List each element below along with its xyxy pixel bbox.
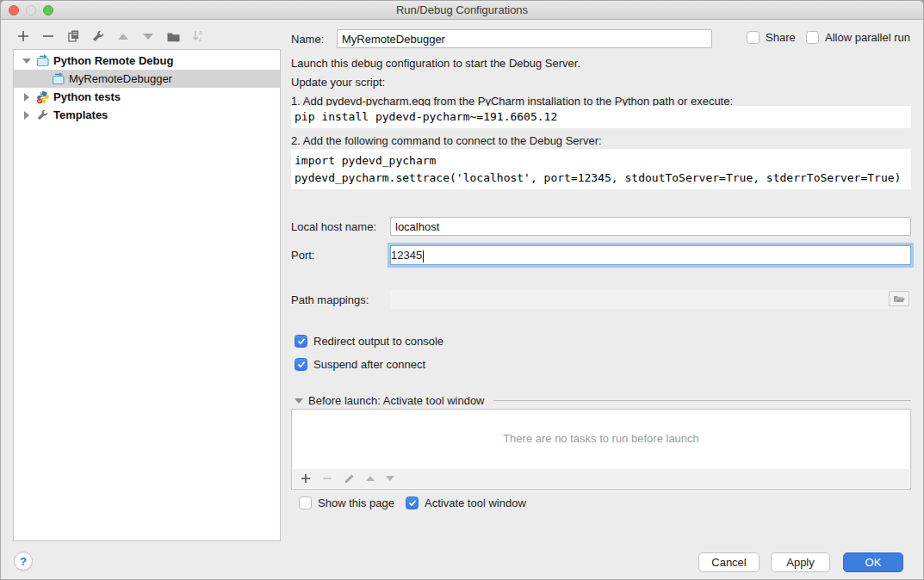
intro-text-line1: Launch this debug configuration to start… xyxy=(291,57,580,70)
checkbox-box[interactable] xyxy=(299,497,312,509)
remove-icon[interactable] xyxy=(40,28,57,45)
checkbox-box[interactable] xyxy=(806,31,819,44)
show-this-page-label: Show this page xyxy=(318,497,394,509)
empty-task-list-text: There are no tasks to run before launch xyxy=(292,432,910,445)
collapse-arrow-icon[interactable] xyxy=(295,398,303,404)
port-input[interactable]: 12345 xyxy=(390,245,911,265)
tree-item-label: Python Remote Debug xyxy=(53,54,173,67)
redirect-output-label: Redirect output to console xyxy=(313,335,443,348)
move-up-icon[interactable] xyxy=(115,28,132,45)
svg-text:a: a xyxy=(199,29,202,35)
cancel-button[interactable]: Cancel xyxy=(698,552,760,572)
before-launch-task-list[interactable]: There are no tasks to run before launch xyxy=(291,409,911,490)
tree-item-python-remote-debug[interactable]: Python Remote Debug xyxy=(14,52,280,70)
zoom-button[interactable] xyxy=(43,5,53,15)
add-icon[interactable] xyxy=(15,28,32,45)
path-mappings-input[interactable] xyxy=(390,290,911,309)
activate-tool-window-checkbox[interactable]: Activate tool window xyxy=(406,497,526,509)
code-line: import pydevd_pycharm xyxy=(295,152,911,170)
run-debug-configurations-dialog: Run/Debug Configurations xyxy=(0,0,924,580)
tree-item-label: MyRemoteDebugger xyxy=(69,72,172,85)
configurations-tree: Python Remote Debug MyRemoteDebugger xyxy=(13,49,281,541)
browse-folder-button[interactable] xyxy=(889,291,909,306)
step2-text: 2. Add the following command to connect … xyxy=(291,134,602,147)
minimize-button[interactable] xyxy=(26,5,36,15)
question-mark-icon: ? xyxy=(20,555,27,568)
tree-item-myremotedebugger[interactable]: MyRemoteDebugger xyxy=(14,70,280,88)
expand-arrow-icon[interactable] xyxy=(21,111,33,120)
code-line: pip install pydevd-pycharm~=191.6605.12 xyxy=(295,106,911,123)
intro-text-line2: Update your script: xyxy=(291,76,385,89)
redirect-output-checkbox[interactable]: Redirect output to console xyxy=(295,335,443,348)
activate-tool-window-label: Activate tool window xyxy=(425,497,526,509)
settrace-code-block: import pydevd_pycharm pydevd_pycharm.set… xyxy=(291,149,911,189)
configurations-toolbar: a z xyxy=(15,27,207,46)
edit-templates-icon[interactable] xyxy=(90,28,107,45)
traffic-lights xyxy=(9,5,53,15)
port-label: Port: xyxy=(291,249,314,262)
suspend-after-connect-label: Suspend after connect xyxy=(313,358,425,371)
new-folder-icon[interactable] xyxy=(164,28,182,45)
templates-wrench-icon xyxy=(35,108,50,122)
expand-arrow-icon[interactable] xyxy=(21,93,33,102)
svg-text:z: z xyxy=(199,36,202,42)
local-host-name-input[interactable] xyxy=(390,217,911,236)
suspend-after-connect-checkbox[interactable]: Suspend after connect xyxy=(295,358,425,371)
open-folder-icon xyxy=(893,294,905,304)
help-button[interactable]: ? xyxy=(14,552,33,571)
allow-parallel-run-checkbox[interactable]: Allow parallel run xyxy=(806,31,910,44)
python-tests-icon xyxy=(35,90,50,104)
port-value: 12345 xyxy=(391,249,422,262)
show-this-page-checkbox[interactable]: Show this page xyxy=(299,497,394,509)
tree-item-python-tests[interactable]: Python tests xyxy=(14,88,280,106)
configuration-editor: Name: Share Allow parallel run Launch th… xyxy=(291,1,911,580)
code-line: pydevd_pycharm.settrace('localhost', por… xyxy=(295,170,911,187)
move-down-icon[interactable] xyxy=(140,28,157,45)
collapse-arrow-icon[interactable] xyxy=(21,59,33,64)
share-checkbox[interactable]: Share xyxy=(747,31,796,44)
edit-task-icon[interactable] xyxy=(344,473,355,484)
path-mappings-label: Path mappings: xyxy=(291,293,369,306)
sort-alphabetically-icon[interactable]: a z xyxy=(189,28,207,45)
remote-debug-config-icon xyxy=(51,72,65,86)
checkbox-box[interactable] xyxy=(295,335,307,348)
move-task-up-icon[interactable] xyxy=(366,476,375,481)
allow-parallel-run-label: Allow parallel run xyxy=(825,31,910,44)
name-label: Name: xyxy=(291,33,324,46)
checkbox-box[interactable] xyxy=(406,497,419,509)
tree-item-label: Python tests xyxy=(53,90,121,103)
close-button[interactable] xyxy=(9,5,19,15)
move-task-down-icon[interactable] xyxy=(386,476,394,481)
apply-button[interactable]: Apply xyxy=(771,552,830,572)
ok-button[interactable]: OK xyxy=(843,552,903,572)
copy-icon[interactable] xyxy=(65,28,82,45)
add-task-icon[interactable] xyxy=(301,473,311,484)
local-host-name-label: Local host name: xyxy=(291,220,376,233)
text-caret xyxy=(423,250,424,262)
name-input[interactable] xyxy=(337,29,712,48)
checkbox-box[interactable] xyxy=(747,31,760,44)
tree-item-templates[interactable]: Templates xyxy=(14,106,280,124)
share-label: Share xyxy=(766,31,796,44)
before-launch-title: Before launch: Activate tool window xyxy=(308,394,485,407)
before-launch-section-header[interactable]: Before launch: Activate tool window xyxy=(295,394,911,407)
tree-item-label: Templates xyxy=(53,108,108,121)
checkbox-box[interactable] xyxy=(295,358,307,371)
pip-install-code-block: pip install pydevd-pycharm~=191.6605.12 xyxy=(291,106,911,128)
remote-debug-config-icon xyxy=(35,54,50,68)
remove-task-icon[interactable] xyxy=(322,473,332,484)
section-divider xyxy=(493,400,911,401)
task-list-toolbar xyxy=(293,469,909,488)
